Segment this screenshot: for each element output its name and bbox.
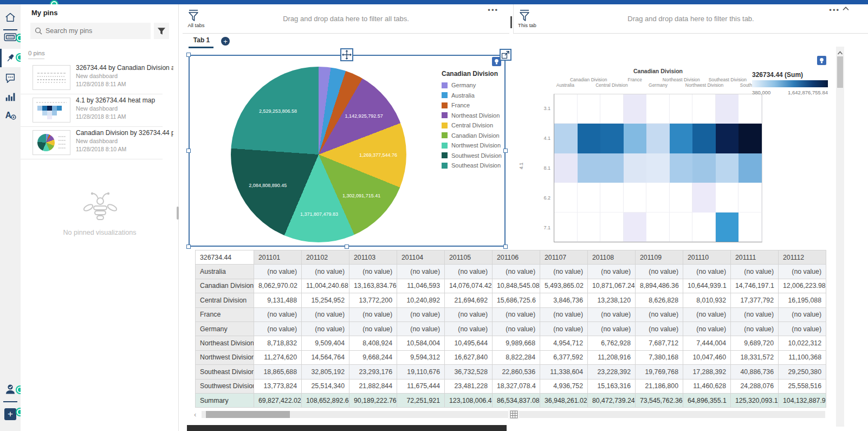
this-tab-filter-dropzone[interactable]: This tab Drag and drop data here to filt… (513, 4, 868, 34)
legend-item[interactable]: France (442, 102, 506, 108)
table-cell[interactable]: (no value) (445, 265, 493, 279)
legend-item[interactable]: Germany (442, 82, 506, 88)
table-cell[interactable]: 11,338,604 (540, 365, 588, 379)
heatmap-cell[interactable] (716, 153, 739, 183)
table-cell[interactable]: (no value) (540, 265, 588, 279)
legend-item[interactable]: Southeast Division (442, 162, 506, 169)
table-cell[interactable]: 36,732,528 (445, 365, 493, 379)
table-cell[interactable]: 8,010,932 (683, 293, 731, 307)
table-cell[interactable]: 25,514,340 (302, 379, 349, 393)
heatmap-cell[interactable] (739, 183, 762, 212)
search-input[interactable] (30, 23, 151, 39)
heatmap-cell[interactable] (739, 94, 762, 124)
crosstab-widget[interactable]: 326734.442011012011022011032011042011052… (195, 250, 826, 408)
table-cell[interactable]: (no value) (636, 321, 683, 336)
table-cell[interactable]: (no value) (397, 265, 445, 279)
table-cell[interactable]: 18,865,688 (254, 365, 302, 379)
table-cell[interactable]: 80,472,739.24 (588, 393, 636, 407)
heatmap-cell[interactable] (692, 213, 716, 242)
table-cell[interactable]: (no value) (779, 265, 826, 279)
heatmap-cell[interactable] (624, 183, 647, 212)
table-cell[interactable]: 11,460,628 (683, 379, 731, 393)
heatmap-cell[interactable] (554, 153, 578, 183)
table-cell[interactable]: 15,163,316 (588, 379, 636, 393)
heatmap-cell[interactable] (670, 213, 693, 242)
heatmap-cell[interactable] (692, 153, 716, 183)
table-cell[interactable]: 10,584,004 (397, 336, 445, 350)
resize-handle-bottom-left[interactable] (186, 245, 191, 249)
table-cell[interactable]: 8,626,828 (636, 293, 683, 307)
table-cell[interactable]: (no value) (349, 265, 397, 279)
table-cell[interactable]: 104,132,887.98 (779, 393, 826, 407)
resize-handle-left[interactable] (186, 149, 191, 153)
table-cell[interactable]: 13,163,834.76 (349, 279, 397, 293)
table-cell[interactable]: 23,293,176 (349, 365, 397, 379)
heatmap-cell[interactable] (716, 213, 739, 242)
table-cell[interactable]: (no value) (493, 321, 540, 336)
heatmap-cell[interactable] (600, 153, 624, 183)
table-cell[interactable]: 32,805,192 (302, 365, 349, 379)
table-cell[interactable]: 15,686,725.6 (493, 293, 540, 307)
table-cell[interactable]: 23,481,228 (445, 379, 493, 393)
table-cell[interactable]: 3,846,736 (540, 293, 588, 307)
table-cell[interactable]: 90,189,222.76 (349, 393, 397, 407)
pin-list-item[interactable]: Canadian Division by 326734.44 pie ch...… (24, 127, 176, 158)
heatmap-cell[interactable] (578, 153, 601, 183)
all-tabs-filter-dropzone[interactable]: All tabs Drag and drop data here to filt… (183, 4, 509, 34)
table-cell[interactable]: 10,871,067.24 (588, 279, 636, 293)
table-cell[interactable]: (no value) (397, 307, 445, 321)
sidebar-item-assistant[interactable] (0, 69, 21, 87)
table-cell[interactable]: 13,773,824 (254, 379, 302, 393)
table-cell[interactable]: 11,100,368 (779, 350, 826, 364)
pie-chart[interactable] (231, 67, 406, 242)
table-cell[interactable]: (no value) (302, 265, 349, 279)
page-horizontal-scrollbar-thumb[interactable] (187, 425, 507, 431)
table-cell[interactable]: (no value) (445, 307, 493, 321)
heatmap-cell[interactable] (670, 153, 693, 183)
heatmap-cell[interactable] (600, 94, 624, 124)
heatmap-cell[interactable] (716, 183, 739, 212)
resize-handle-top-left[interactable] (186, 53, 191, 57)
table-grid-button[interactable] (508, 409, 519, 420)
table-cell[interactable]: 22,860,536 (493, 365, 540, 379)
pin-list-item[interactable]: 326734.44 by Canadian Division and 2... … (24, 62, 176, 93)
heatmap-cell[interactable] (578, 183, 601, 212)
resize-handle-bottom-right[interactable] (503, 245, 508, 249)
heatmap-cell[interactable] (578, 213, 601, 242)
table-cell[interactable]: 16,627,840 (445, 350, 493, 364)
sidebar-item-text[interactable]: A (0, 106, 21, 124)
table-cell[interactable]: 13,772,200 (349, 293, 397, 307)
heatmap-widget[interactable]: Canadian Division AustraliaCanadian Divi… (515, 55, 834, 247)
table-cell[interactable]: (no value) (540, 307, 588, 321)
table-cell[interactable]: (no value) (349, 321, 397, 336)
table-cell[interactable]: (no value) (254, 265, 302, 279)
table-cell[interactable]: (no value) (493, 265, 540, 279)
heatmap-cell[interactable] (646, 183, 670, 212)
table-cell[interactable]: (no value) (254, 321, 302, 336)
table-cell[interactable]: 11,274,620 (254, 350, 302, 364)
heatmap-cell[interactable] (739, 124, 762, 153)
table-cell[interactable]: (no value) (588, 265, 636, 279)
table-cell[interactable]: 18,331,572 (731, 350, 779, 364)
heatmap-cell[interactable] (554, 213, 578, 242)
heatmap-cell[interactable] (646, 153, 670, 183)
insights-button[interactable] (817, 56, 826, 65)
heatmap-cell[interactable] (600, 213, 624, 242)
table-cell[interactable]: 14,564,764 (302, 350, 349, 364)
table-cell[interactable]: 21,186,800 (636, 379, 683, 393)
heatmap-cell[interactable] (670, 183, 693, 212)
heatmap-cell[interactable] (739, 213, 762, 242)
heatmap-cell[interactable] (646, 94, 670, 124)
table-cell[interactable]: 10,848,545.08 (493, 279, 540, 293)
table-cell[interactable]: 36,948,261.02 (540, 393, 588, 407)
table-cell[interactable]: 10,644,939.1 (683, 279, 731, 293)
table-cell[interactable]: 18,327,078.4 (493, 379, 540, 393)
table-cell[interactable]: 8,822,284 (493, 350, 540, 364)
table-cell[interactable]: 29,250,380 (779, 365, 826, 379)
table-cell[interactable]: 10,240,892 (397, 293, 445, 307)
table-cell[interactable]: 23,228,392 (588, 365, 636, 379)
heatmap-cell[interactable] (739, 153, 762, 183)
heatmap-cell[interactable] (646, 124, 670, 153)
heatmap-cell[interactable] (624, 213, 647, 242)
table-cell[interactable]: 9,989,668 (493, 336, 540, 350)
